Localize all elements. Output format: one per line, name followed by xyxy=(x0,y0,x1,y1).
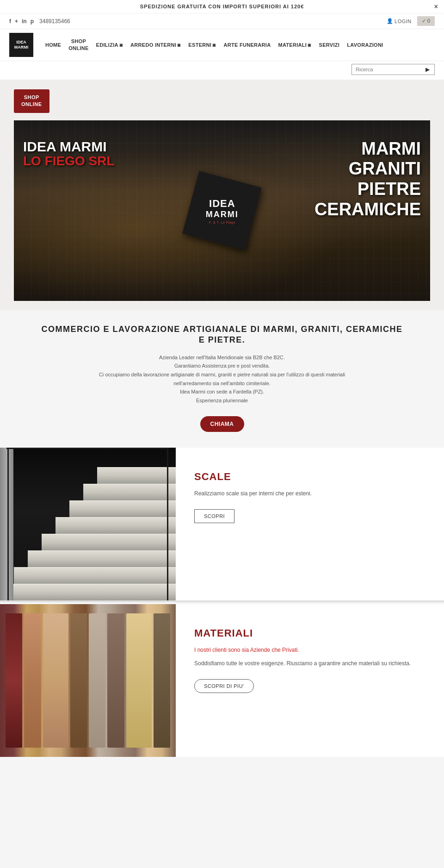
hero-center-logo: IDEA MARMI F. & T. Lo Fiego xyxy=(185,174,259,248)
materiali-image xyxy=(0,604,176,757)
scale-desc: Realizziamo scale sia per interni che pe… xyxy=(194,489,426,498)
utility-right: 👤 LOGIN ✓ 0 xyxy=(387,16,435,26)
materials-visual xyxy=(0,604,176,757)
nav-home[interactable]: HOME xyxy=(43,40,64,50)
description-body: Azienda Leader nell'Italia Meridionale s… xyxy=(83,353,361,405)
nav-arredo-interni[interactable]: ARREDO INTERNI ▣ xyxy=(128,40,184,50)
materiali-scopri-button[interactable]: SCOPRI DI PIU' xyxy=(194,679,254,693)
materiali-title: MATERIALI xyxy=(194,627,426,639)
logo-idea: IDEA xyxy=(206,197,239,209)
nav-servizi[interactable]: SERVIZI xyxy=(316,40,343,50)
scale-feature-section: SCALE Realizziamo scale sia per interni … xyxy=(0,448,444,600)
description-section: COMMERCIO E LAVORAZIONE ARTIGIANALE DI M… xyxy=(0,310,444,446)
slab-7 xyxy=(126,613,152,748)
slab-6 xyxy=(107,613,124,748)
hero-products: MARMIGRANITIPIETRECERAMICHE xyxy=(314,139,421,220)
railing-top xyxy=(6,448,169,449)
materiali-desc-normal: Soddisfiamo tutte le vostre esigenze. Ri… xyxy=(194,659,426,668)
utility-bar: f + in p 3489135466 👤 LOGIN ✓ 0 xyxy=(0,13,444,29)
logo-marmi: MARMI xyxy=(206,209,239,219)
cart-button[interactable]: ✓ 0 xyxy=(417,16,435,26)
nav-esterni[interactable]: ESTERNI ▣ xyxy=(185,40,219,50)
shop-online-button[interactable]: SHOPONLINE xyxy=(14,89,49,113)
logo-diamond-inner: IDEA MARMI F. & T. Lo Fiego xyxy=(206,197,239,224)
railing-right xyxy=(167,448,168,600)
promo-banner: SPEDIZIONE GRATUITA CON IMPORTI SUPERIOR… xyxy=(0,0,444,13)
materiali-desc-colored: I nostri clienti sono sia Aziende che Pr… xyxy=(194,646,426,655)
search-row: ▶ xyxy=(0,61,444,80)
stair-visual xyxy=(0,448,176,600)
search-box: ▶ xyxy=(352,64,435,75)
main-navigation: IDEA MARMI HOME SHOP ONLINE EDILIZIA ▣ A… xyxy=(0,29,444,61)
facebook-icon[interactable]: f xyxy=(9,18,11,25)
stair-3 xyxy=(28,550,176,567)
stair-6 xyxy=(69,500,176,517)
materiali-content: MATERIALI I nostri clienti sono sia Azie… xyxy=(176,604,444,757)
stair-8 xyxy=(97,467,176,484)
logo-line2: MARMI xyxy=(14,45,29,50)
search-input[interactable] xyxy=(356,67,425,72)
railing-left xyxy=(7,448,9,600)
description-title: COMMERCIO E LAVORAZIONE ARTIGIANALE DI M… xyxy=(37,324,407,346)
hero-brand-sub: LO FIEGO SRL xyxy=(23,154,115,169)
hero-image: IDEA MARMI LO FIEGO SRL MARMIGRANITIPIET… xyxy=(14,120,430,301)
slab-1 xyxy=(6,613,22,748)
desc-line-5: Esperienza pluriennale xyxy=(83,396,361,405)
nav-shop-online[interactable]: SHOP ONLINE xyxy=(66,37,91,53)
hero-section: SHOPONLINE IDEA MARMI LO FIEGO SRL MARMI… xyxy=(0,80,444,310)
scale-title: SCALE xyxy=(194,471,426,483)
hero-text-left: IDEA MARMI LO FIEGO SRL xyxy=(23,139,115,169)
slab-4 xyxy=(70,613,87,748)
materiali-dropdown-icon: ▣ xyxy=(308,43,311,47)
hero-text-right: MARMIGRANITIPIETRECERAMICHE xyxy=(314,139,421,220)
desc-line-4: Idea Marmi con sede a Fardella (PZ). xyxy=(83,387,361,396)
slab-5 xyxy=(89,613,105,748)
nav-edilizia[interactable]: EDILIZIA ▣ xyxy=(93,40,126,50)
edilizia-dropdown-icon: ▣ xyxy=(119,43,123,47)
stair-1 xyxy=(0,584,176,600)
nav-links: HOME SHOP ONLINE EDILIZIA ▣ ARREDO INTER… xyxy=(43,37,435,53)
chiama-button[interactable]: CHIAMA xyxy=(200,416,244,432)
hero-brand-name: IDEA MARMI xyxy=(23,139,115,154)
section-divider xyxy=(0,600,444,602)
logo-box: IDEA MARMI xyxy=(9,33,33,57)
desc-line-3: Ci occupiamo della lavorazione artigiana… xyxy=(83,370,361,387)
materiali-feature-section: MATERIALI I nostri clienti sono sia Azie… xyxy=(0,604,444,757)
nav-materiali[interactable]: MATERIALI ▣ xyxy=(275,40,314,50)
nav-lavorazioni[interactable]: LAVORAZIONI xyxy=(344,40,386,50)
desc-line-2: Garantiamo Assistenza pre e post vendita… xyxy=(83,362,361,370)
linkedin-icon[interactable]: in xyxy=(22,18,27,25)
slab-3 xyxy=(43,613,68,748)
esterni-dropdown-icon: ▣ xyxy=(212,43,216,47)
logo[interactable]: IDEA MARMI xyxy=(9,33,33,57)
promo-text: SPEDIZIONE GRATUITA CON IMPORTI SUPERIOR… xyxy=(140,4,304,9)
arredo-dropdown-icon: ▣ xyxy=(177,43,181,47)
scale-scopri-button[interactable]: SCOPRI xyxy=(194,509,234,523)
close-banner-button[interactable]: × xyxy=(434,3,438,10)
search-button[interactable]: ▶ xyxy=(425,66,431,73)
user-icon: 👤 xyxy=(387,18,394,24)
nav-arte-funeraria[interactable]: ARTE FUNERARIA xyxy=(221,40,273,50)
stair-4 xyxy=(42,534,176,550)
slab-2 xyxy=(24,613,41,748)
scale-content: SCALE Realizziamo scale sia per interni … xyxy=(176,448,444,600)
stair-5 xyxy=(56,517,176,534)
login-button[interactable]: 👤 LOGIN xyxy=(387,18,412,24)
desc-line-1: Azienda Leader nell'Italia Meridionale s… xyxy=(83,353,361,362)
phone-number[interactable]: 3489135466 xyxy=(39,18,70,25)
slab-8 xyxy=(154,613,170,748)
scale-image xyxy=(0,448,176,600)
logo-subtitle: F. & T. Lo Fiego xyxy=(206,220,239,224)
logo-line1: IDEA xyxy=(14,40,29,45)
utility-left: f + in p 3489135466 xyxy=(9,18,70,25)
logo-diamond: IDEA MARMI F. & T. Lo Fiego xyxy=(182,171,261,250)
stair-riser-left xyxy=(0,448,13,600)
plus-icon[interactable]: + xyxy=(15,18,18,25)
stair-2 xyxy=(14,567,176,584)
pinterest-icon[interactable]: p xyxy=(31,18,34,25)
stair-7 xyxy=(83,484,176,500)
